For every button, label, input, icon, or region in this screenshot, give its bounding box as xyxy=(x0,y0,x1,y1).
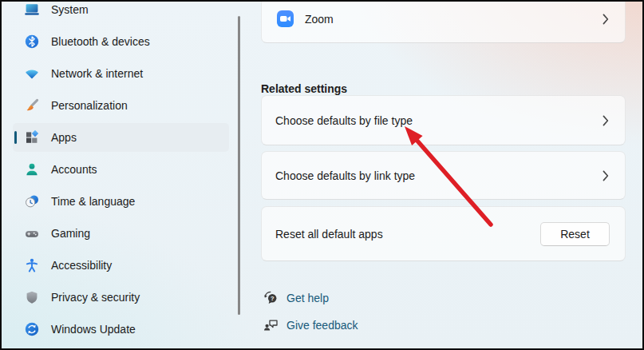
section-header: Related settings xyxy=(261,82,347,95)
row-label: Choose defaults by link type xyxy=(275,169,603,182)
sidebar-item-time-language[interactable]: Time & language xyxy=(13,187,229,216)
sidebar-item-accessibility[interactable]: Accessibility xyxy=(13,251,229,280)
get-help-link[interactable]: ? Get help xyxy=(263,289,329,306)
sidebar-item-apps[interactable]: Apps xyxy=(13,123,229,152)
sidebar-item-label: Bluetooth & devices xyxy=(51,35,150,48)
sidebar-item-bluetooth[interactable]: Bluetooth & devices xyxy=(13,27,229,56)
chevron-right-icon xyxy=(603,115,609,126)
sidebar-item-windows-update[interactable]: Windows Update xyxy=(13,315,229,344)
sidebar-item-label: Gaming xyxy=(51,227,90,240)
give-feedback-label: Give feedback xyxy=(286,319,358,332)
give-feedback-link[interactable]: Give feedback xyxy=(263,316,358,333)
system-icon xyxy=(24,2,40,18)
sidebar-item-label: Personalization xyxy=(51,99,128,112)
sidebar-item-privacy[interactable]: Privacy & security xyxy=(13,283,229,312)
selected-accent-pill xyxy=(14,131,17,144)
app-row-label: Zoom xyxy=(305,13,334,26)
clock-globe-icon xyxy=(24,193,40,209)
sidebar-item-personalization[interactable]: Personalization xyxy=(13,91,229,120)
sidebar: System Bluetooth & devices Network & int… xyxy=(2,2,238,350)
accessibility-icon xyxy=(24,257,40,273)
row-reset-default-apps: Reset all default apps Reset xyxy=(261,206,626,261)
wifi-icon xyxy=(24,66,40,82)
brush-icon xyxy=(24,97,40,113)
app-row-zoom[interactable]: Zoom xyxy=(261,0,626,43)
help-icon: ? xyxy=(263,289,279,306)
row-choose-defaults-link-type[interactable]: Choose defaults by link type xyxy=(261,151,626,200)
sidebar-item-network[interactable]: Network & internet xyxy=(13,59,229,88)
get-help-label: Get help xyxy=(286,292,329,304)
gamepad-icon xyxy=(24,225,40,241)
sidebar-item-label: Network & internet xyxy=(51,67,143,80)
sidebar-item-label: Apps xyxy=(51,131,77,144)
person-icon xyxy=(24,161,40,177)
shield-icon xyxy=(24,289,40,305)
feedback-icon xyxy=(263,316,279,333)
sidebar-item-label: Accounts xyxy=(51,163,97,176)
settings-window: System Bluetooth & devices Network & int… xyxy=(0,0,644,350)
row-choose-defaults-file-type[interactable]: Choose defaults by file type xyxy=(261,95,626,145)
sidebar-item-system[interactable]: System xyxy=(13,0,229,24)
zoom-app-icon xyxy=(277,10,294,27)
reset-button[interactable]: Reset xyxy=(540,222,610,246)
chevron-right-icon xyxy=(603,14,609,28)
sidebar-item-gaming[interactable]: Gaming xyxy=(13,219,229,248)
chevron-right-icon xyxy=(603,170,609,181)
update-icon xyxy=(24,321,40,337)
bluetooth-icon xyxy=(24,34,40,50)
row-label: Choose defaults by file type xyxy=(275,114,603,127)
sidebar-item-label: Windows Update xyxy=(51,323,136,336)
row-label: Reset all default apps xyxy=(275,228,540,241)
sidebar-scrollbar[interactable] xyxy=(238,16,240,315)
sidebar-item-label: System xyxy=(51,3,89,16)
sidebar-item-label: Accessibility xyxy=(51,259,112,272)
apps-icon xyxy=(24,129,40,145)
sidebar-item-label: Time & language xyxy=(51,195,135,208)
sidebar-item-accounts[interactable]: Accounts xyxy=(13,155,229,184)
sidebar-item-label: Privacy & security xyxy=(51,291,140,304)
svg-text:?: ? xyxy=(271,295,275,302)
